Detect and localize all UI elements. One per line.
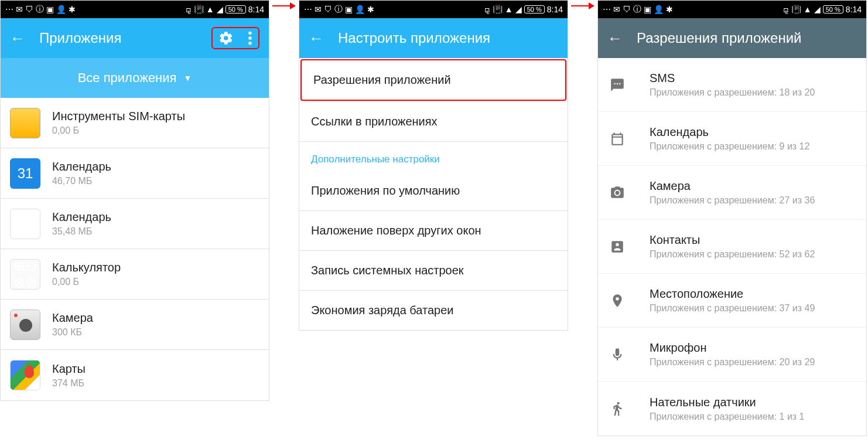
app-name: Камера [52,311,93,325]
app-name: Календарь [52,210,111,224]
setting-overlay[interactable]: Наложение поверх других окон [299,211,568,251]
gear-icon[interactable] [218,30,234,46]
battery-indicator: 50 % [524,5,545,13]
maps-icon [10,360,40,390]
status-bar: ⋯ ✉ ⛉ ⓘ ▣ 👤 ✱ ⚼ 📳 ▲ ◢ 50 % 8:14 [299,1,568,18]
image-icon: ▣ [644,5,651,14]
shield-icon: ⛉ [623,5,631,14]
calculator-icon: ⊕⊖⊗⊘ [10,259,40,290]
calendar-icon [610,131,633,147]
overflow-icon[interactable] [248,30,252,46]
flow-arrow [269,0,299,12]
signal-icon: ◢ [217,5,223,14]
setting-app-links[interactable]: Ссылки в приложениях [299,102,568,142]
svg-point-2 [248,42,251,45]
vibrate-icon: 📳 [194,5,204,14]
app-row[interactable]: ⊕⊖⊗⊘ Калькулятор 0,00 Б [1,249,269,300]
notif-icon: ⋯ [5,5,13,14]
flow-arrow [568,0,597,12]
app-bar: ← Разрешения приложений [598,18,866,58]
perm-microphone[interactable]: Микрофон Приложения с разрешением: 20 из… [598,328,866,382]
wifi-icon: ▲ [505,5,513,14]
app-row[interactable]: Карты 374 МБ [1,350,269,400]
mail-icon: ✉ [315,5,322,14]
app-size: 46,70 МБ [52,176,111,186]
vibrate-icon: 📳 [493,5,503,14]
perm-camera[interactable]: Камера Приложения с разрешением: 27 из 3… [598,166,866,220]
vibrate-icon: 📳 [791,5,801,14]
page-title: Настроить приложения [338,30,558,46]
perm-contacts[interactable]: Контакты Приложения с разрешением: 52 из… [598,220,866,274]
incognito-icon: 👤 [654,5,664,14]
page-title: Приложения [39,30,211,46]
perm-name: Камера [650,179,815,193]
bt-icon: ⚼ [186,5,192,15]
perm-location[interactable]: Местоположение Приложения с разрешением:… [598,274,866,328]
status-bar: ⋯ ✉ ⛉ ⓘ ▣ 👤 ✱ ⚼ 📳 ▲ ◢ 50 % 8:14 [598,1,866,18]
clock: 8:14 [248,5,264,14]
app-row[interactable]: Камера 300 КБ [1,300,269,350]
image-icon: ▣ [46,5,54,14]
setting-default-apps[interactable]: Приложения по умолчанию [299,171,568,211]
settings-list: Разрешения приложений Ссылки в приложени… [299,58,568,330]
app-bar: ← Приложения [1,18,269,58]
perm-name: Нательные датчики [650,396,805,409]
notif-icon: ⋯ [304,5,312,14]
back-button[interactable]: ← [309,29,324,47]
wifi-icon: ▲ [206,5,214,14]
perm-name: Местоположение [650,287,815,301]
perm-sub: Приложения с разрешением: 1 из 1 [650,412,805,422]
perm-name: Контакты [650,233,815,247]
ast-icon: ✱ [69,5,76,14]
app-name: Календарь [52,160,111,174]
perm-sms[interactable]: SMS Приложения с разрешением: 18 из 20 [598,58,866,112]
signal-icon: ◢ [515,5,522,14]
app-row[interactable]: Инструменты SIM-карты 0,00 Б [1,98,269,148]
calendar-alt-icon: ⋮⋮⋮ [10,209,40,239]
perm-body-sensors[interactable]: Нательные датчики Приложения с разрешени… [598,382,866,436]
permissions-list: SMS Приложения с разрешением: 18 из 20 К… [598,58,866,436]
app-row[interactable]: 31 Календарь 46,70 МБ [1,148,269,199]
info-icon: ⓘ [334,4,343,15]
app-size: 0,00 Б [52,125,185,136]
app-row[interactable]: ⋮⋮⋮ Календарь 35,48 МБ [1,199,269,249]
app-bar: ← Настроить приложения [299,18,568,58]
perm-sub: Приложения с разрешением: 37 из 49 [650,303,815,314]
body-sensor-icon [610,401,633,416]
mic-icon [610,347,633,362]
back-button[interactable]: ← [607,29,623,47]
incognito-icon: 👤 [355,5,365,14]
battery-indicator: 50 % [225,5,246,13]
screen-apps: ⋯ ✉ ⛉ ⓘ ▣ 👤 ✱ ⚼ 📳 ▲ ◢ 50 % 8:14 ← Прилож… [0,0,269,401]
wifi-icon: ▲ [804,5,812,14]
svg-marker-6 [589,2,594,9]
perm-calendar[interactable]: Календарь Приложения с разрешением: 9 из… [598,112,866,166]
signal-icon: ◢ [814,5,821,14]
filter-label: Все приложения [78,70,177,86]
svg-point-0 [248,32,251,35]
clock: 8:14 [547,5,563,14]
app-name: Калькулятор [52,261,121,274]
screen-app-permissions: ⋯ ✉ ⛉ ⓘ ▣ 👤 ✱ ⚼ 📳 ▲ ◢ 50 % 8:14 ← Разреш… [597,0,867,436]
actions-highlight [211,27,259,49]
svg-point-1 [248,36,251,39]
app-size: 35,48 МБ [52,226,111,237]
setting-app-permissions[interactable]: Разрешения приложений [300,59,566,101]
filter-dropdown[interactable]: Все приложения ▼ [1,58,269,98]
setting-write-system[interactable]: Запись системных настроек [299,251,568,291]
ast-icon: ✱ [666,5,673,14]
info-icon: ⓘ [633,4,641,15]
app-name: Инструменты SIM-карты [52,110,185,123]
chevron-down-icon: ▼ [183,73,192,83]
incognito-icon: 👤 [56,5,66,14]
battery-indicator: 50 % [823,5,843,13]
back-button[interactable]: ← [10,29,25,47]
setting-battery-opt[interactable]: Экономия заряда батареи [299,291,568,330]
bt-icon: ⚼ [484,5,490,15]
camera-icon [610,185,633,200]
app-name: Карты [52,362,86,376]
contacts-icon [610,239,633,254]
screen-configure-apps: ⋯ ✉ ⛉ ⓘ ▣ 👤 ✱ ⚼ 📳 ▲ ◢ 50 % 8:14 ← Настро… [299,0,568,331]
app-size: 374 МБ [52,378,86,389]
shield-icon: ⛉ [324,5,332,14]
